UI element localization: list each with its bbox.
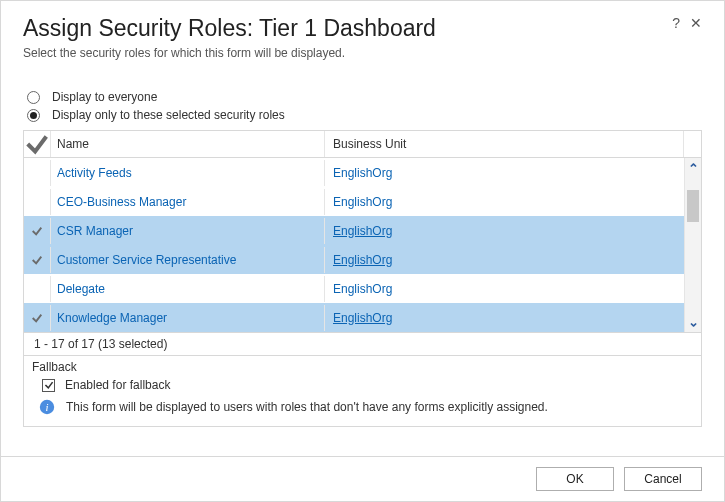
radio-label: Display to everyone	[52, 90, 157, 104]
radio-icon[interactable]	[27, 109, 40, 122]
grid-header: Name Business Unit	[24, 131, 701, 158]
business-unit-link[interactable]: EnglishOrg	[333, 311, 392, 325]
role-name-link[interactable]: Delegate	[57, 282, 105, 296]
scroll-up-icon[interactable]: ⌃	[688, 158, 699, 179]
grid-body: Activity FeedsEnglishOrgCEO-Business Man…	[24, 158, 701, 332]
info-icon: i	[38, 398, 56, 416]
fallback-heading: Fallback	[32, 358, 693, 378]
close-icon[interactable]: ✕	[690, 15, 702, 31]
table-row[interactable]: Activity FeedsEnglishOrg	[24, 158, 701, 187]
column-header-business-unit[interactable]: Business Unit	[324, 131, 683, 157]
radio-icon[interactable]	[27, 91, 40, 104]
assign-security-roles-dialog: Assign Security Roles: Tier 1 Dashboard …	[1, 1, 724, 501]
cancel-button[interactable]: Cancel	[624, 467, 702, 491]
dialog-title: Assign Security Roles: Tier 1 Dashboard	[23, 15, 672, 42]
row-checkbox[interactable]	[24, 312, 50, 324]
business-unit-link[interactable]: EnglishOrg	[333, 282, 392, 296]
table-row[interactable]: Customer Service RepresentativeEnglishOr…	[24, 245, 701, 274]
radio-display-everyone[interactable]: Display to everyone	[23, 88, 702, 106]
security-roles-grid: Name Business Unit Activity FeedsEnglish…	[23, 130, 702, 356]
radio-label: Display only to these selected security …	[52, 108, 285, 122]
dialog-footer: OK Cancel	[1, 456, 724, 501]
display-options: Display to everyone Display only to thes…	[23, 88, 702, 124]
table-row[interactable]: DelegateEnglishOrg	[24, 274, 701, 303]
fallback-checkbox-label: Enabled for fallback	[65, 378, 170, 392]
svg-text:i: i	[46, 401, 49, 413]
fallback-info-text: This form will be displayed to users wit…	[66, 400, 548, 414]
role-name-link[interactable]: Customer Service Representative	[57, 253, 236, 267]
scroll-thumb[interactable]	[687, 190, 699, 222]
vertical-scrollbar[interactable]: ⌃ ⌃	[684, 158, 701, 332]
role-name-link[interactable]: Knowledge Manager	[57, 311, 167, 325]
table-row[interactable]: CEO-Business ManagerEnglishOrg	[24, 187, 701, 216]
ok-button[interactable]: OK	[536, 467, 614, 491]
fallback-checkbox[interactable]	[42, 379, 55, 392]
role-name-link[interactable]: CSR Manager	[57, 224, 133, 238]
help-icon[interactable]: ?	[672, 15, 680, 31]
business-unit-link[interactable]: EnglishOrg	[333, 166, 392, 180]
scroll-down-icon[interactable]: ⌃	[688, 311, 699, 332]
role-name-link[interactable]: Activity Feeds	[57, 166, 132, 180]
row-checkbox[interactable]	[24, 225, 50, 237]
dialog-subtitle: Select the security roles for which this…	[23, 46, 702, 60]
radio-display-selected[interactable]: Display only to these selected security …	[23, 106, 702, 124]
select-all-checkbox[interactable]	[24, 131, 50, 157]
table-row[interactable]: Knowledge ManagerEnglishOrg	[24, 303, 701, 332]
column-header-name[interactable]: Name	[50, 131, 324, 157]
table-row[interactable]: CSR ManagerEnglishOrg	[24, 216, 701, 245]
row-checkbox[interactable]	[24, 254, 50, 266]
role-name-link[interactable]: CEO-Business Manager	[57, 195, 186, 209]
business-unit-link[interactable]: EnglishOrg	[333, 253, 392, 267]
grid-status: 1 - 17 of 17 (13 selected)	[24, 332, 701, 355]
fallback-section: Fallback Enabled for fallback i This for…	[23, 356, 702, 427]
business-unit-link[interactable]: EnglishOrg	[333, 195, 392, 209]
business-unit-link[interactable]: EnglishOrg	[333, 224, 392, 238]
